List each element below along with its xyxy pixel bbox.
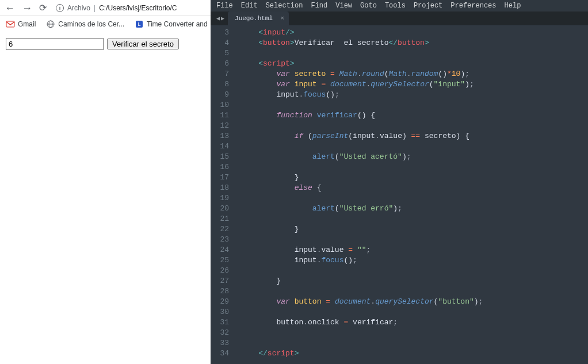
gmail-icon: [6, 20, 15, 29]
bookmark-caminos[interactable]: Caminos de los Cer...: [46, 20, 124, 29]
forward-icon[interactable]: →: [22, 3, 32, 13]
menu-file[interactable]: File: [216, 2, 233, 10]
archivo-label: Archivo: [67, 4, 90, 12]
back-icon[interactable]: ←: [5, 3, 15, 13]
menu-find[interactable]: Find: [311, 2, 327, 10]
code-area[interactable]: <input/> <button>Verificar el secreto</b…: [235, 25, 588, 364]
bookmark-time[interactable]: L Time Converter and: [135, 20, 208, 29]
secret-input[interactable]: [6, 38, 104, 50]
svg-rect-0: [6, 21, 14, 27]
menu-project[interactable]: Project: [414, 2, 442, 10]
editor-tabbar: ◀ ▶ Juego.html ×: [211, 12, 588, 25]
close-icon[interactable]: ×: [280, 15, 284, 22]
menu-selection[interactable]: Selection: [266, 2, 303, 10]
bookmark-label: Caminos de los Cer...: [58, 20, 124, 28]
tab-prev-icon[interactable]: ◀: [216, 15, 220, 22]
tab-next-icon[interactable]: ▶: [221, 15, 224, 22]
reload-icon[interactable]: ⟳: [39, 2, 47, 13]
menu-goto[interactable]: Goto: [360, 2, 377, 10]
bookmark-label: Gmail: [18, 20, 36, 28]
bookmark-label: Time Converter and: [147, 20, 208, 28]
clock-icon: L: [135, 20, 144, 29]
bookmark-gmail[interactable]: Gmail: [6, 20, 36, 29]
menu-view[interactable]: View: [335, 2, 352, 10]
menu-tools[interactable]: Tools: [385, 2, 406, 10]
menu-edit[interactable]: Edit: [241, 2, 258, 10]
editor-tab[interactable]: Juego.html ×: [228, 12, 289, 25]
info-icon: i: [56, 4, 64, 12]
verify-button[interactable]: Verificar el secreto: [107, 39, 179, 49]
globe-icon: [46, 20, 55, 29]
tab-title: Juego.html: [235, 15, 273, 22]
editor-window: File Edit Selection Find View Goto Tools…: [211, 0, 588, 364]
editor-menubar: File Edit Selection Find View Goto Tools…: [211, 0, 588, 12]
line-gutter: 3456789101112131415161718192021222324252…: [211, 25, 235, 364]
menu-help[interactable]: Help: [505, 2, 521, 10]
menu-preferences[interactable]: Preferences: [450, 2, 496, 10]
url-text: C:/Users/ivisj/Escritorio/C: [99, 4, 177, 12]
svg-text:L: L: [138, 21, 141, 27]
